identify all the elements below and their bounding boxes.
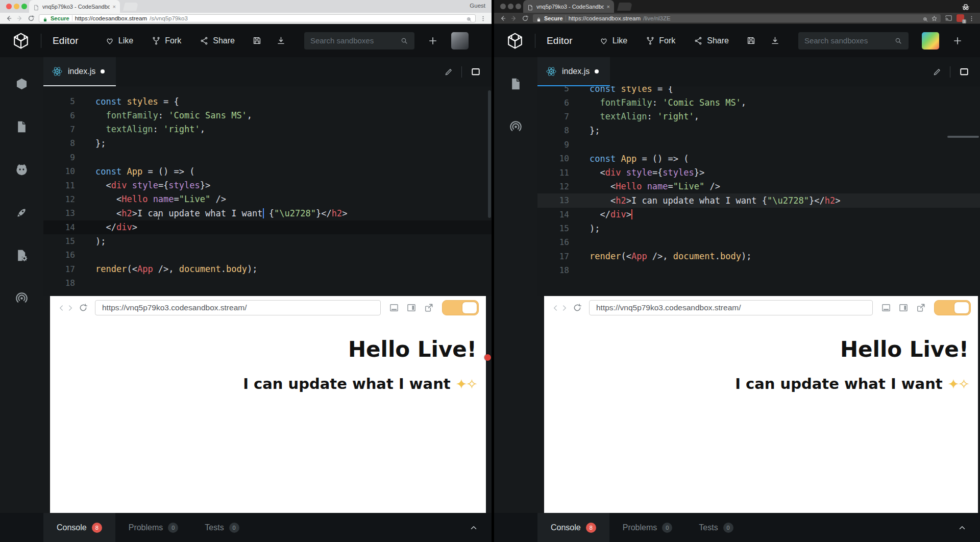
console-tab[interactable]: Console 8 [43,513,115,542]
fork-button[interactable]: Fork [646,36,675,45]
console-tab[interactable]: Console 8 [537,513,609,542]
line-number: 18 [537,265,569,275]
layout-right-icon[interactable] [406,303,416,313]
layout-right-icon[interactable] [898,303,909,313]
tab-index-js[interactable]: index.js [537,57,610,86]
file-explorer-icon[interactable] [15,120,29,134]
fork-button[interactable]: Fork [152,36,181,45]
avatar[interactable] [922,32,939,50]
tab-index-js[interactable]: index.js [43,57,116,86]
preview-forward-icon[interactable] [560,304,569,312]
line-number: 15 [43,236,75,246]
sidebar [494,57,537,513]
live-broadcast-icon[interactable] [509,120,523,134]
code-line-10: 10const App = () => ( [537,152,980,165]
preview-window-icon[interactable] [959,67,970,77]
new-tab-button[interactable] [123,3,138,11]
zoom-window-button[interactable] [21,4,27,9]
problems-tab[interactable]: Problems 0 [609,513,686,542]
download-icon[interactable] [770,36,780,45]
github-icon[interactable] [15,163,29,177]
tests-tab[interactable]: Tests 0 [191,513,252,542]
code-editor[interactable]: 5const styles = {6 fontFamily: 'Comic Sa… [537,86,980,296]
codesandbox-logo-icon[interactable] [12,32,30,50]
extension-icon[interactable]: 1 [957,14,964,22]
sandbox-config-icon[interactable] [15,249,29,262]
reload-icon[interactable] [522,15,529,22]
forward-icon[interactable] [16,15,23,22]
layout-bottom-icon[interactable] [389,303,399,313]
browser-tab[interactable]: vnq5p79ko3 - CodeSandbox × [523,0,614,13]
forward-icon[interactable] [510,15,518,22]
live-preview-toggle[interactable] [934,300,971,315]
share-button[interactable]: Share [694,36,729,45]
line-number: 18 [43,278,75,288]
sandbox-cube-icon[interactable] [15,77,29,91]
problems-tab[interactable]: Problems 0 [115,513,192,542]
preview-forward-icon[interactable] [66,304,75,312]
preview-refresh-icon[interactable] [79,303,88,312]
search-icon [894,37,902,45]
bookmark-star-icon[interactable] [931,15,938,21]
download-icon[interactable] [276,36,286,45]
live-preview-toggle[interactable] [442,300,479,315]
open-external-icon[interactable] [916,303,926,313]
avatar[interactable] [451,32,469,50]
tests-tab[interactable]: Tests 0 [685,513,746,542]
preview-heading: Hello Live! [50,337,486,362]
live-broadcast-icon[interactable] [15,291,29,305]
search-input[interactable]: Search sandboxes [304,32,414,50]
minimize-window-button[interactable] [508,4,513,9]
preview-window-icon[interactable] [470,67,481,77]
share-button[interactable]: Share [200,36,235,45]
back-icon[interactable] [499,15,506,22]
address-bar[interactable]: Secure https://codesandbox.stream /s/vnq… [39,14,476,22]
app-title: Editor [547,35,573,46]
new-sandbox-icon[interactable] [428,36,438,46]
address-bar[interactable]: Secure https://codesandbox.stream /live/… [533,14,941,22]
window-controls[interactable] [500,4,521,9]
new-tab-button[interactable] [617,3,632,11]
save-icon[interactable] [746,36,756,45]
browser-tab[interactable]: vnq5p79ko3 - CodeSandbox × [29,0,120,13]
save-icon[interactable] [252,36,262,45]
edit-pencil-icon[interactable] [444,67,453,77]
close-window-button[interactable] [500,4,506,9]
cast-icon[interactable] [945,14,952,22]
layout-bottom-icon[interactable] [881,303,891,313]
edit-pencil-icon[interactable] [933,67,942,77]
chrome-menu-icon[interactable] [480,15,486,21]
file-explorer-icon[interactable] [509,77,523,91]
open-external-icon[interactable] [424,303,434,313]
like-button[interactable]: Like [599,36,627,45]
editor-scrollbar[interactable] [947,136,979,138]
expand-console-icon[interactable] [469,523,478,532]
zoom-window-button[interactable] [516,4,521,9]
deployment-rocket-icon[interactable] [15,206,29,219]
chrome-menu-icon[interactable] [968,15,975,21]
close-window-button[interactable] [6,4,12,9]
window-controls[interactable] [6,4,27,9]
zoom-page-icon[interactable] [922,15,928,21]
editor-scrollbar[interactable] [488,90,491,218]
preview-address-bar[interactable]: https://vnq5p79ko3.codesandbox.stream/ [589,300,873,315]
new-sandbox-icon[interactable] [952,36,963,46]
close-tab-icon[interactable]: × [607,4,610,10]
preview-subheading: I can update what I want ✦✧ [544,375,978,392]
profile-label[interactable]: Guest [470,3,485,9]
zoom-page-icon[interactable] [466,15,472,21]
close-tab-icon[interactable]: × [113,4,116,10]
code-line-17: 17render(<App />, document.body); [43,262,492,276]
search-input[interactable]: Search sandboxes [798,32,909,50]
codesandbox-logo-icon[interactable] [506,32,524,50]
preview-back-icon[interactable] [551,304,560,312]
back-icon[interactable] [5,15,12,22]
like-button[interactable]: Like [105,36,133,45]
expand-console-icon[interactable] [958,523,967,532]
code-editor[interactable]: 5const styles = {6 fontFamily: 'Comic Sa… [43,86,492,296]
preview-address-bar[interactable]: https://vnq5p79ko3.codesandbox.stream/ [95,300,381,315]
reload-icon[interactable] [28,15,35,22]
preview-refresh-icon[interactable] [573,303,582,312]
minimize-window-button[interactable] [14,4,19,9]
preview-back-icon[interactable] [57,304,66,312]
